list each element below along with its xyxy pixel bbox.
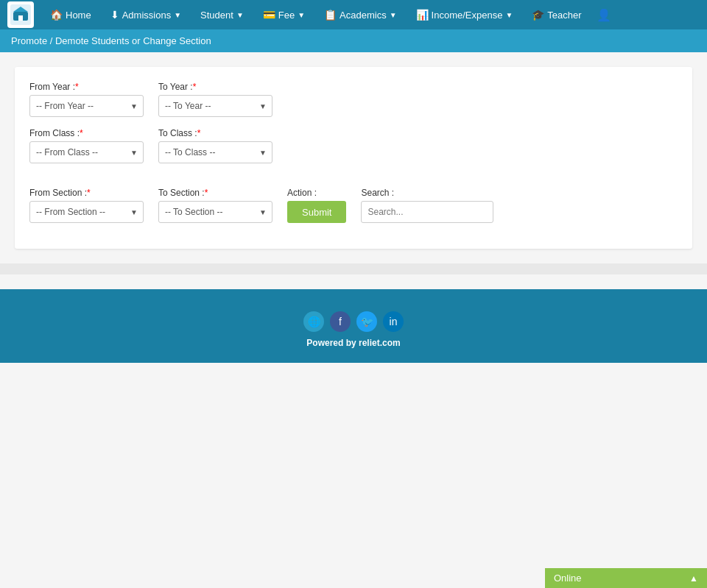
- to-class-required: *: [197, 128, 201, 138]
- to-section-select-wrapper: -- To Section -- ▼: [158, 201, 272, 223]
- nav-home-label: Home: [66, 10, 91, 21]
- main-content: From Year :* -- From Year -- ▼ To Year :…: [0, 52, 707, 263]
- brand-logo[interactable]: [7, 1, 34, 28]
- nav-teacher[interactable]: 🎓 Teacher: [523, 4, 590, 25]
- to-class-group: To Class :* -- To Class -- ▼: [158, 128, 272, 163]
- nav-fee[interactable]: 💳 Fee ▼: [254, 4, 314, 25]
- footer-powered-text: Powered by reliet.com: [0, 338, 707, 348]
- income-icon: 📊: [416, 9, 429, 21]
- chevron-down-icon: ▼: [298, 11, 305, 19]
- nav-teacher-label: Teacher: [547, 10, 581, 21]
- search-input[interactable]: [361, 201, 493, 223]
- admissions-icon: ⬇: [110, 9, 119, 21]
- breadcrumb: Promote / Demote Students or Change Sect…: [0, 29, 707, 52]
- to-class-select[interactable]: -- To Class --: [158, 141, 272, 163]
- nav-income-label: Income/Expense: [432, 10, 503, 21]
- nav-home[interactable]: 🏠 Home: [41, 4, 100, 25]
- chevron-down-icon: ▼: [390, 11, 397, 19]
- to-section-select[interactable]: -- To Section --: [158, 201, 272, 223]
- fee-icon: 💳: [263, 9, 275, 21]
- from-year-select[interactable]: -- From Year --: [29, 95, 144, 117]
- gray-separator: [0, 263, 707, 274]
- to-section-label: To Section :*: [158, 188, 272, 198]
- submit-button[interactable]: Submit: [287, 201, 346, 223]
- to-class-label: To Class :*: [158, 128, 272, 138]
- from-class-select-wrapper: -- From Class -- ▼: [29, 141, 144, 163]
- action-group: Action : Submit: [287, 188, 346, 223]
- footer: 🌐 f 🐦 in Powered by reliet.com: [0, 289, 707, 363]
- chevron-down-icon: ▼: [174, 11, 181, 19]
- search-label: Search :: [361, 188, 493, 198]
- from-year-select-wrapper: -- From Year -- ▼: [29, 95, 144, 117]
- from-class-label: From Class :*: [29, 128, 144, 138]
- from-section-select-wrapper: -- From Section -- ▼: [29, 201, 144, 223]
- from-section-label: From Section :*: [29, 188, 144, 198]
- section-row: From Section :* -- From Section -- ▼ To …: [29, 174, 678, 223]
- linkedin-icon[interactable]: in: [383, 311, 404, 332]
- breadcrumb-text: Promote / Demote Students or Change Sect…: [11, 35, 211, 46]
- form-panel: From Year :* -- From Year -- ▼ To Year :…: [15, 67, 692, 249]
- footer-social-icons: 🌐 f 🐦 in: [0, 311, 707, 332]
- teacher-icon: 🎓: [532, 9, 544, 21]
- nav-academics[interactable]: 📋 Academics ▼: [315, 4, 405, 25]
- to-year-required: *: [193, 82, 197, 92]
- from-year-label: From Year :*: [29, 82, 144, 92]
- to-year-select[interactable]: -- To Year --: [158, 95, 272, 117]
- class-row: From Class :* -- From Class -- ▼ To Clas…: [29, 128, 678, 163]
- to-section-group: To Section :* -- To Section -- ▼: [158, 188, 272, 223]
- to-year-label: To Year :*: [158, 82, 272, 92]
- year-row: From Year :* -- From Year -- ▼ To Year :…: [29, 82, 678, 117]
- globe-icon[interactable]: 🌐: [303, 311, 324, 332]
- facebook-icon[interactable]: f: [330, 311, 351, 332]
- to-year-group: To Year :* -- To Year -- ▼: [158, 82, 272, 117]
- nav-admissions[interactable]: ⬇ Admissions ▼: [102, 4, 190, 25]
- search-group: Search :: [361, 188, 493, 223]
- nav-admissions-label: Admissions: [122, 10, 171, 21]
- home-icon: 🏠: [50, 9, 63, 21]
- svg-rect-3: [18, 15, 23, 21]
- academics-icon: 📋: [324, 9, 337, 21]
- twitter-icon[interactable]: 🐦: [356, 311, 377, 332]
- nav-student[interactable]: Student ▼: [191, 5, 253, 25]
- nav-income-expense[interactable]: 📊 Income/Expense ▼: [407, 4, 522, 25]
- to-year-select-wrapper: -- To Year -- ▼: [158, 95, 272, 117]
- nav-academics-label: Academics: [340, 10, 387, 21]
- from-class-group: From Class :* -- From Class -- ▼: [29, 128, 144, 163]
- nav-student-label: Student: [200, 10, 233, 21]
- from-section-required: *: [87, 188, 91, 198]
- from-year-group: From Year :* -- From Year -- ▼: [29, 82, 144, 117]
- footer-site-link: reliet.com: [359, 338, 401, 348]
- nav-user-profile[interactable]: 👤: [592, 4, 616, 26]
- from-year-required: *: [75, 82, 79, 92]
- from-section-select[interactable]: -- From Section --: [29, 201, 144, 223]
- chevron-down-icon: ▼: [505, 11, 513, 19]
- from-class-select[interactable]: -- From Class --: [29, 141, 144, 163]
- to-section-required: *: [205, 188, 208, 198]
- chevron-down-icon: ▼: [236, 11, 244, 19]
- from-class-required: *: [80, 128, 83, 138]
- nav-items: 🏠 Home ⬇ Admissions ▼ Student ▼ 💳 Fee ▼ …: [41, 4, 700, 26]
- from-section-group: From Section :* -- From Section -- ▼: [29, 188, 144, 223]
- action-label: Action :: [287, 188, 346, 198]
- nav-fee-label: Fee: [278, 10, 295, 21]
- to-class-select-wrapper: -- To Class -- ▼: [158, 141, 272, 163]
- navbar: 🏠 Home ⬇ Admissions ▼ Student ▼ 💳 Fee ▼ …: [0, 0, 707, 29]
